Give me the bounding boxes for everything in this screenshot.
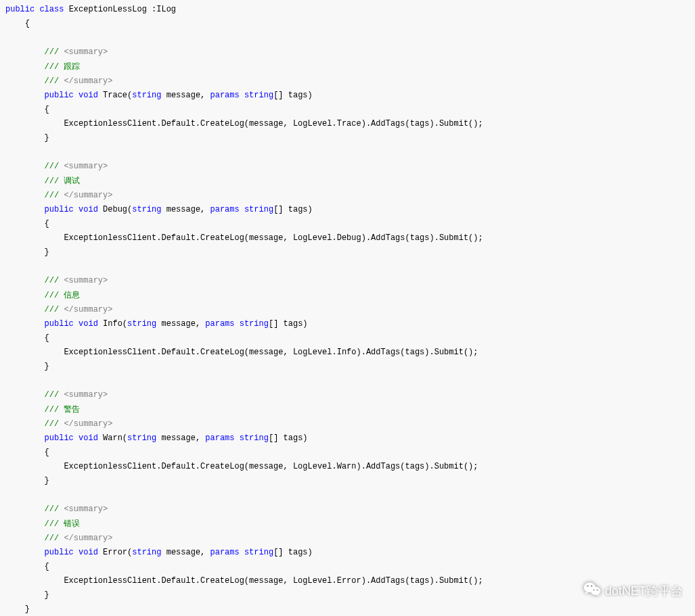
code-block: public class ExceptionLessLog :ILog { //… [0,0,695,616]
